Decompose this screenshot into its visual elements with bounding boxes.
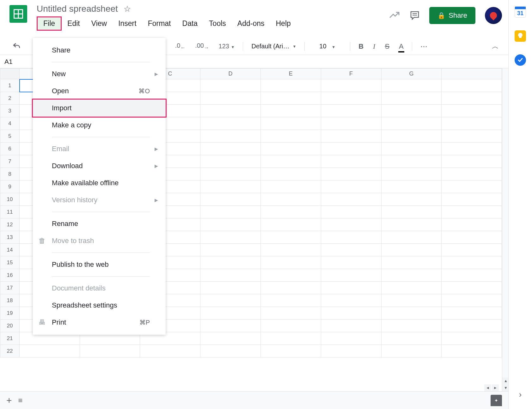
cell[interactable] [381, 244, 442, 256]
cell[interactable] [381, 294, 442, 307]
cell[interactable] [260, 92, 321, 105]
menu-addons[interactable]: Add-ons [232, 17, 270, 30]
menu-item-spreadsheet-settings[interactable]: Spreadsheet settings [33, 297, 166, 314]
cell[interactable] [381, 92, 442, 105]
cell[interactable] [200, 193, 261, 206]
vertical-scroll[interactable]: ▲ ▼ [502, 68, 508, 391]
cell[interactable] [442, 332, 502, 345]
cell[interactable] [442, 143, 502, 155]
menu-item-print[interactable]: 🖶Print⌘P [33, 314, 166, 331]
format-increase-decimal[interactable]: .00→ [192, 40, 212, 53]
cell[interactable] [321, 130, 381, 143]
cell[interactable] [260, 332, 321, 345]
account-avatar[interactable] [485, 7, 502, 24]
cell[interactable] [381, 320, 442, 332]
menu-item-download[interactable]: Download▶ [33, 157, 166, 174]
cell[interactable] [442, 218, 502, 231]
cell[interactable] [442, 79, 502, 92]
cell[interactable] [321, 117, 381, 130]
menu-item-share[interactable]: Share [33, 42, 166, 59]
cell[interactable] [321, 345, 381, 357]
cell[interactable] [200, 143, 261, 155]
undo-button[interactable] [9, 40, 24, 52]
menu-view[interactable]: View [86, 17, 113, 30]
explore-button[interactable]: ✦ [491, 395, 502, 406]
row-header[interactable]: 20 [0, 320, 20, 332]
cell[interactable] [200, 168, 261, 180]
column-header[interactable]: E [260, 69, 321, 79]
cell[interactable] [442, 193, 502, 206]
cell[interactable] [321, 155, 381, 168]
cell[interactable] [381, 345, 442, 357]
cell[interactable] [381, 256, 442, 269]
row-header[interactable]: 2 [0, 92, 20, 105]
cell[interactable] [381, 193, 442, 206]
cell[interactable] [321, 231, 381, 244]
format-123[interactable]: 123 ▼ [216, 41, 238, 52]
row-header[interactable]: 14 [0, 244, 20, 256]
cell[interactable] [321, 79, 381, 92]
row-header[interactable]: 7 [0, 155, 20, 168]
row-header[interactable]: 5 [0, 130, 20, 143]
keep-icon[interactable] [515, 30, 526, 42]
cell[interactable] [442, 155, 502, 168]
cell[interactable] [260, 269, 321, 282]
row-header[interactable]: 19 [0, 307, 20, 320]
add-sheet-button[interactable]: + [6, 395, 12, 406]
cell[interactable] [381, 307, 442, 320]
cell[interactable] [321, 105, 381, 117]
comments-icon[interactable] [410, 10, 420, 21]
cell[interactable] [381, 231, 442, 244]
cell[interactable] [321, 294, 381, 307]
font-family-select[interactable]: Default (Ari…▼ [248, 43, 299, 50]
cell[interactable] [321, 168, 381, 180]
row-header[interactable]: 8 [0, 168, 20, 180]
cell[interactable] [381, 180, 442, 193]
cell[interactable] [321, 218, 381, 231]
menu-item-import[interactable]: Import [32, 99, 167, 118]
cell[interactable] [140, 345, 200, 357]
cell[interactable] [260, 206, 321, 218]
cell[interactable] [260, 143, 321, 155]
menu-item-open[interactable]: Open⌘O [33, 82, 166, 100]
cell[interactable] [321, 307, 381, 320]
row-header[interactable]: 11 [0, 206, 20, 218]
text-color-button[interactable]: A [396, 40, 407, 52]
cell[interactable] [260, 193, 321, 206]
cell[interactable] [381, 206, 442, 218]
cell[interactable] [321, 206, 381, 218]
cell[interactable] [442, 345, 502, 357]
cell[interactable] [321, 143, 381, 155]
cell[interactable] [200, 206, 261, 218]
document-title[interactable]: Untitled spreadsheet [37, 4, 118, 14]
row-header[interactable]: 1 [0, 79, 20, 92]
cell[interactable] [381, 332, 442, 345]
cell[interactable] [442, 282, 502, 294]
menu-help[interactable]: Help [270, 17, 296, 30]
select-all-corner[interactable] [0, 69, 20, 79]
bold-button[interactable]: B [355, 40, 367, 52]
cell[interactable] [200, 307, 261, 320]
menu-insert[interactable]: Insert [113, 17, 142, 30]
cell[interactable] [260, 218, 321, 231]
cell[interactable] [381, 105, 442, 117]
sheets-logo[interactable] [9, 5, 27, 23]
cell[interactable] [260, 244, 321, 256]
row-header[interactable]: 13 [0, 231, 20, 244]
cell[interactable] [260, 155, 321, 168]
cell[interactable] [321, 256, 381, 269]
format-decrease-decimal[interactable]: .0← [172, 40, 189, 53]
cell[interactable] [381, 282, 442, 294]
row-header[interactable]: 16 [0, 269, 20, 282]
cell[interactable] [260, 105, 321, 117]
cell[interactable] [442, 256, 502, 269]
cell[interactable] [260, 256, 321, 269]
cell[interactable] [260, 117, 321, 130]
scroll-down-icon[interactable]: ▼ [502, 384, 508, 391]
cell[interactable] [200, 294, 261, 307]
cell[interactable] [442, 168, 502, 180]
row-header[interactable]: 10 [0, 193, 20, 206]
cell[interactable] [442, 294, 502, 307]
trend-icon[interactable] [389, 10, 400, 21]
all-sheets-button[interactable]: ≡ [18, 396, 23, 405]
